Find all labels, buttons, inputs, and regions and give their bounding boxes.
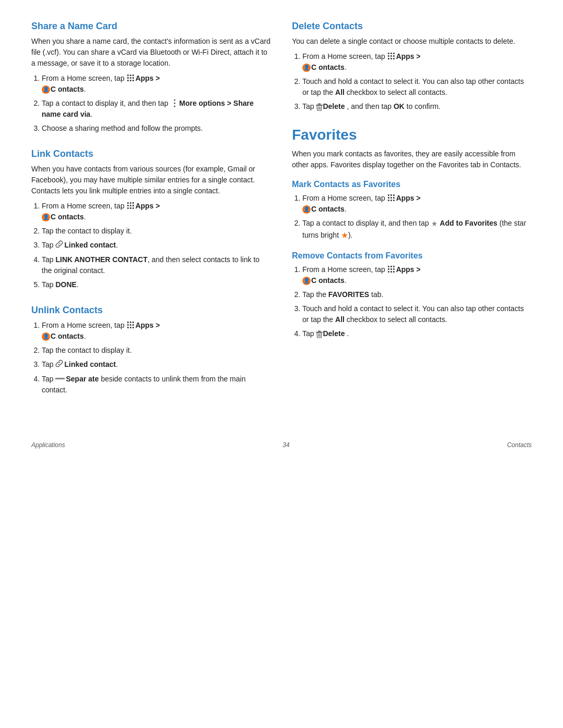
svg-rect-21 bbox=[127, 322, 129, 323]
apps-label-mark: Apps > bbox=[396, 194, 421, 202]
contacts-label-link: C ontacts bbox=[51, 213, 84, 221]
svg-rect-31 bbox=[390, 53, 392, 54]
favorites-intro: When you mark contacts as favorites, the… bbox=[292, 149, 532, 170]
svg-rect-38 bbox=[393, 58, 395, 59]
separate-icon bbox=[55, 378, 65, 379]
remove-favorites-steps: From a Home screen, tap Apps > 👤C ontact… bbox=[302, 264, 532, 339]
svg-rect-44 bbox=[388, 194, 389, 196]
svg-point-11 bbox=[174, 106, 175, 107]
contacts-icon: 👤 bbox=[42, 85, 50, 94]
remove-fav-step-2: Tap the FAVORITES tab. bbox=[302, 289, 532, 300]
svg-rect-14 bbox=[132, 202, 134, 204]
right-column: Delete Contacts You can delete a single … bbox=[292, 21, 532, 410]
mark-favorites-steps: From a Home screen, tap Apps > 👤C ontact… bbox=[302, 193, 532, 242]
svg-rect-27 bbox=[127, 327, 129, 328]
link-contacts-steps: From a Home screen, tap Apps > 👤C ontact… bbox=[42, 201, 271, 290]
apps-icon-remove bbox=[387, 265, 396, 274]
svg-rect-45 bbox=[390, 194, 392, 196]
svg-rect-55 bbox=[393, 266, 395, 267]
delete-step-2: Touch and hold a contact to select it. Y… bbox=[302, 76, 532, 98]
svg-rect-30 bbox=[388, 53, 389, 54]
unlink-contacts-title: Unlink Contacts bbox=[31, 305, 271, 316]
svg-rect-53 bbox=[388, 266, 389, 267]
svg-rect-18 bbox=[127, 207, 129, 209]
svg-rect-36 bbox=[388, 58, 389, 59]
svg-rect-50 bbox=[388, 200, 389, 201]
contacts-label-mark: C ontacts bbox=[311, 205, 345, 213]
mark-favorites-title: Mark Contacts as Favorites bbox=[292, 180, 532, 189]
svg-rect-2 bbox=[132, 75, 134, 76]
mark-fav-step-1: From a Home screen, tap Apps > 👤C ontact… bbox=[302, 193, 532, 215]
svg-rect-33 bbox=[388, 55, 389, 57]
apps-label-link: Apps > bbox=[136, 202, 160, 210]
svg-rect-54 bbox=[390, 266, 392, 267]
svg-rect-29 bbox=[132, 327, 134, 328]
delete-contacts-section: Delete Contacts You can delete a single … bbox=[292, 21, 532, 112]
link-step-4: Tap LINK ANOTHER CONTACT, and then selec… bbox=[42, 254, 271, 276]
apps-label-unlink: Apps > bbox=[136, 321, 160, 329]
delete-contacts-title: Delete Contacts bbox=[292, 21, 532, 32]
svg-rect-26 bbox=[132, 324, 134, 326]
delete-label: Delete bbox=[323, 102, 345, 110]
apps-icon bbox=[127, 74, 135, 82]
delete-label-remove: Delete bbox=[323, 329, 345, 338]
svg-rect-51 bbox=[390, 200, 392, 201]
footer-center: 34 bbox=[283, 441, 289, 449]
svg-rect-4 bbox=[130, 77, 131, 79]
delete-icon-remove bbox=[316, 330, 323, 338]
svg-rect-0 bbox=[127, 75, 129, 76]
link-step-2: Tap the contact to display it. bbox=[42, 226, 271, 237]
more-options-label: More options > Share name card via bbox=[42, 99, 253, 118]
remove-fav-step-3: Touch and hold a contact to select it. Y… bbox=[302, 303, 532, 325]
share-name-card-steps: From a Home screen, tap Apps > 👤C ontact… bbox=[42, 73, 271, 134]
link-contacts-section: Link Contacts When you have contacts fro… bbox=[31, 149, 271, 290]
apps-label-remove: Apps > bbox=[396, 265, 421, 274]
svg-rect-59 bbox=[388, 271, 389, 273]
svg-rect-63 bbox=[318, 330, 321, 331]
svg-rect-47 bbox=[388, 197, 389, 199]
svg-rect-3 bbox=[127, 77, 129, 79]
link-step-3: Tap Linked contact. bbox=[42, 240, 271, 251]
svg-rect-48 bbox=[390, 197, 392, 199]
svg-rect-61 bbox=[393, 271, 395, 273]
unlink-step-1: From a Home screen, tap Apps > 👤C ontact… bbox=[42, 320, 271, 342]
unlink-step-4: Tap Separ ate beside contacts to unlink … bbox=[42, 374, 271, 396]
svg-rect-28 bbox=[130, 327, 131, 328]
share-name-card-title: Share a Name Card bbox=[31, 21, 271, 32]
svg-rect-58 bbox=[393, 268, 395, 270]
delete-contacts-steps: From a Home screen, tap Apps > 👤C ontact… bbox=[302, 51, 532, 112]
svg-rect-24 bbox=[127, 324, 129, 326]
apps-label-delete: Apps > bbox=[396, 52, 421, 60]
delete-contacts-intro: You can delete a single contact or choos… bbox=[292, 36, 532, 47]
footer-right: Contacts bbox=[507, 441, 532, 449]
svg-rect-1 bbox=[130, 75, 131, 76]
link-step-1: From a Home screen, tap Apps > 👤C ontact… bbox=[42, 201, 271, 223]
apps-icon-unlink bbox=[127, 321, 135, 329]
page-footer: Applications 34 Contacts bbox=[31, 441, 532, 449]
link-step-5: Tap DONE. bbox=[42, 279, 271, 290]
contacts-label-remove: C ontacts bbox=[311, 276, 345, 285]
favorites-section: Favorites When you mark contacts as favo… bbox=[292, 127, 532, 339]
share-step-2: Tap a contact to display it, and then ta… bbox=[42, 98, 271, 120]
svg-point-9 bbox=[174, 100, 175, 101]
svg-rect-60 bbox=[390, 271, 392, 273]
done-label: DONE bbox=[55, 280, 76, 289]
contacts-label: C ontacts bbox=[51, 85, 84, 93]
svg-rect-16 bbox=[130, 205, 131, 206]
contacts-icon-delete: 👤 bbox=[302, 64, 311, 72]
svg-rect-7 bbox=[130, 80, 131, 81]
mark-fav-step-2: Tap a contact to display it, and then ta… bbox=[302, 218, 532, 242]
linked-contact-icon bbox=[55, 240, 63, 251]
favorites-title: Favorites bbox=[292, 127, 532, 143]
unlink-contacts-section: Unlink Contacts From a Home screen, tap … bbox=[31, 305, 271, 396]
svg-rect-22 bbox=[130, 322, 131, 323]
svg-rect-17 bbox=[132, 205, 134, 206]
svg-rect-34 bbox=[390, 55, 392, 57]
link-contacts-title: Link Contacts bbox=[31, 149, 271, 159]
svg-rect-8 bbox=[132, 80, 134, 81]
linked-contact-icon-unlink bbox=[55, 360, 63, 371]
remove-fav-step-1: From a Home screen, tap Apps > 👤C ontact… bbox=[302, 264, 532, 286]
all-label-remove: All bbox=[335, 315, 345, 324]
linked-contact-label-unlink: Linked contact bbox=[64, 360, 116, 368]
svg-rect-49 bbox=[393, 197, 395, 199]
